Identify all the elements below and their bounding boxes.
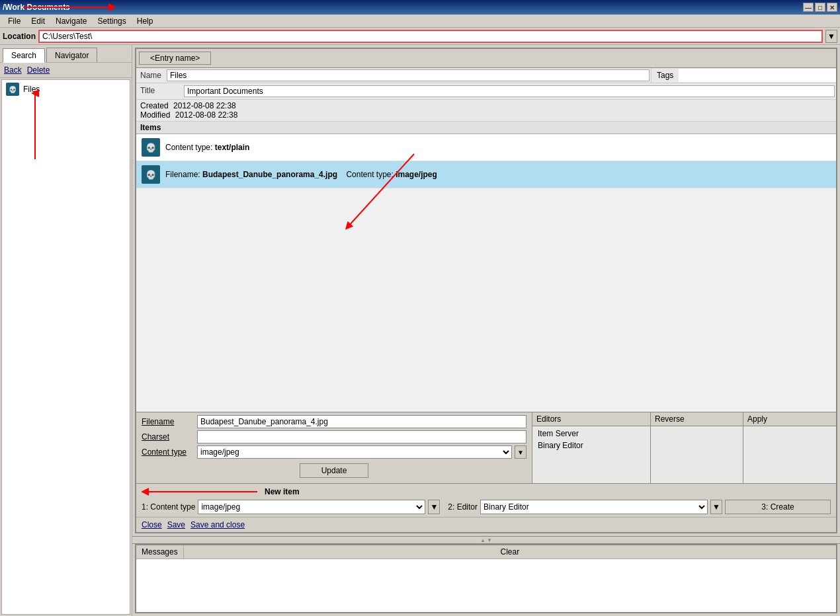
left-panel: Search Navigator Back Delete 💀 Files — [0, 45, 132, 616]
tab-navigator[interactable]: Navigator — [46, 48, 97, 62]
name-row: Name Tags — [136, 68, 836, 83]
files-icon: 💀 — [6, 83, 19, 96]
content-type-dropdown[interactable]: ▼ — [515, 445, 526, 459]
title-bar-title: /Work Documents — [3, 3, 70, 12]
title-input[interactable] — [184, 85, 835, 97]
name-left: Name — [136, 68, 651, 83]
tabs-row: Search Navigator — [0, 45, 132, 63]
filename-value-2: Budapest_Danube_panorama_4.jpg — [202, 170, 337, 179]
update-button[interactable]: Update — [300, 463, 369, 478]
left-toolbar: Back Delete — [0, 63, 132, 78]
items-label: Items — [140, 123, 161, 132]
up-arrow-annotation — [22, 87, 62, 166]
item-content-type-1: Content type: text/plain — [165, 143, 249, 152]
editor-item-binary[interactable]: Binary Editor — [535, 440, 648, 451]
tags-input[interactable] — [679, 69, 836, 82]
back-button[interactable]: Back — [4, 65, 22, 75]
files-item[interactable]: 💀 Files — [2, 80, 130, 98]
items-list: 💀 Content type: text/plain 💀 Filename: B… — [136, 134, 836, 412]
content-type-value-2: image/jpeg — [396, 170, 437, 179]
new-item-editor-dropdown[interactable]: ▼ — [710, 500, 722, 514]
left-content: 💀 Files — [1, 79, 130, 615]
modified-row: Modified 2012-08-08 22:38 — [140, 110, 832, 120]
menu-file[interactable]: File — [3, 15, 26, 27]
messages-header-row: Messages Clear — [136, 545, 836, 559]
entry-name-button[interactable]: <Entry name> — [139, 52, 211, 65]
apply-header: Apply — [743, 412, 836, 426]
content-type-value-1: text/plain — [215, 143, 250, 152]
modified-value: 2012-08-08 22:38 — [175, 110, 238, 120]
created-row: Created 2012-08-08 22:38 — [140, 101, 832, 110]
editors-panel: Editors Item Server Binary Editor — [532, 412, 651, 483]
title-label: Title — [136, 84, 183, 98]
location-input[interactable] — [38, 30, 823, 43]
menu-navigate[interactable]: Navigate — [50, 15, 92, 27]
minimize-button[interactable]: — — [803, 3, 814, 12]
item-row-2[interactable]: 💀 Filename: Budapest_Danube_panorama_4.j… — [136, 161, 836, 188]
main-layout: Search Navigator Back Delete 💀 Files — [0, 45, 840, 616]
tab-search[interactable]: Search — [3, 48, 45, 63]
content-type-label-1: Content type: — [165, 143, 212, 152]
charset-label: Charset — [142, 432, 194, 442]
new-item-content-type-dropdown[interactable]: ▼ — [428, 500, 440, 514]
item-row-1[interactable]: 💀 Content type: text/plain — [136, 134, 836, 161]
files-label: Files — [23, 85, 40, 94]
location-label: Location — [3, 32, 36, 41]
close-button[interactable]: ✕ — [827, 3, 837, 12]
messages-label: Messages — [136, 545, 184, 558]
clear-button[interactable]: Clear — [184, 545, 836, 558]
location-bar: Location ▼ — [0, 28, 840, 45]
panel-resize-handle[interactable]: ▲ ▼ — [132, 536, 840, 544]
new-item-editor-select[interactable]: Binary Editor Item Server — [480, 500, 708, 514]
new-item-section: New item 1: Content type image/jpeg text… — [136, 483, 836, 517]
reverse-body — [651, 426, 743, 483]
title-bar: /Work Documents — □ ✕ — [0, 0, 840, 15]
charset-field-row: Charset — [142, 430, 526, 443]
messages-section: Messages Clear — [135, 544, 837, 613]
dates-section: Created 2012-08-08 22:38 Modified 2012-0… — [136, 100, 836, 122]
delete-button[interactable]: Delete — [27, 65, 50, 75]
charset-input[interactable] — [197, 430, 526, 443]
content-type-detail-label: Content type — [142, 447, 194, 457]
menu-edit[interactable]: Edit — [26, 15, 50, 27]
close-button-action[interactable]: Close — [142, 520, 162, 529]
content-type-select[interactable]: image/jpeg text/plain application/octet-… — [197, 445, 512, 459]
new-item-content-type-label: 1: Content type — [142, 502, 195, 512]
save-and-close-button[interactable]: Save and close — [190, 520, 245, 529]
title-bar-controls: — □ ✕ — [803, 3, 837, 12]
menu-help[interactable]: Help — [132, 15, 159, 27]
menu-settings[interactable]: Settings — [92, 15, 131, 27]
new-item-arrow — [142, 486, 261, 497]
new-item-editor-label: 2: Editor — [448, 502, 478, 512]
editor-item-server[interactable]: Item Server — [535, 428, 648, 440]
entry-panel: <Entry name> Name Tags Title — [135, 48, 837, 533]
name-label: Name — [136, 69, 165, 82]
details-section: Filename Charset Content type image/jpeg… — [136, 412, 836, 532]
save-button-action[interactable]: Save — [167, 520, 185, 529]
modified-label: Modified — [140, 110, 170, 120]
location-dropdown-button[interactable]: ▼ — [825, 30, 837, 43]
created-value: 2012-08-08 22:38 — [173, 101, 236, 110]
editors-list: Item Server Binary Editor — [532, 426, 650, 483]
tags-label: Tags — [651, 69, 679, 81]
item-content-type-2: Filename: Budapest_Danube_panorama_4.jpg… — [165, 170, 437, 179]
filename-field-row: Filename — [142, 415, 526, 428]
reverse-panel: Reverse — [651, 412, 743, 483]
tags-section: Tags — [651, 68, 836, 83]
right-panel: <Entry name> Name Tags Title — [132, 45, 840, 616]
content-type-label-2: Content type: — [346, 170, 393, 179]
reverse-header: Reverse — [651, 412, 743, 426]
create-button[interactable]: 3: Create — [725, 500, 831, 514]
menu-bar: File Edit Navigate Settings Help — [0, 15, 840, 28]
apply-body — [743, 426, 836, 483]
editors-header: Editors — [532, 412, 650, 426]
item-icon-2: 💀 — [142, 165, 160, 184]
created-label: Created — [140, 101, 169, 110]
new-item-content-type-select[interactable]: image/jpeg text/plain — [198, 500, 425, 514]
action-buttons-row: Close Save Save and close — [136, 517, 836, 532]
maximize-button[interactable]: □ — [815, 3, 825, 12]
item-icon-1: 💀 — [142, 138, 160, 157]
title-row: Title — [136, 83, 836, 100]
filename-detail-input[interactable] — [197, 415, 526, 428]
name-input[interactable] — [167, 69, 650, 81]
